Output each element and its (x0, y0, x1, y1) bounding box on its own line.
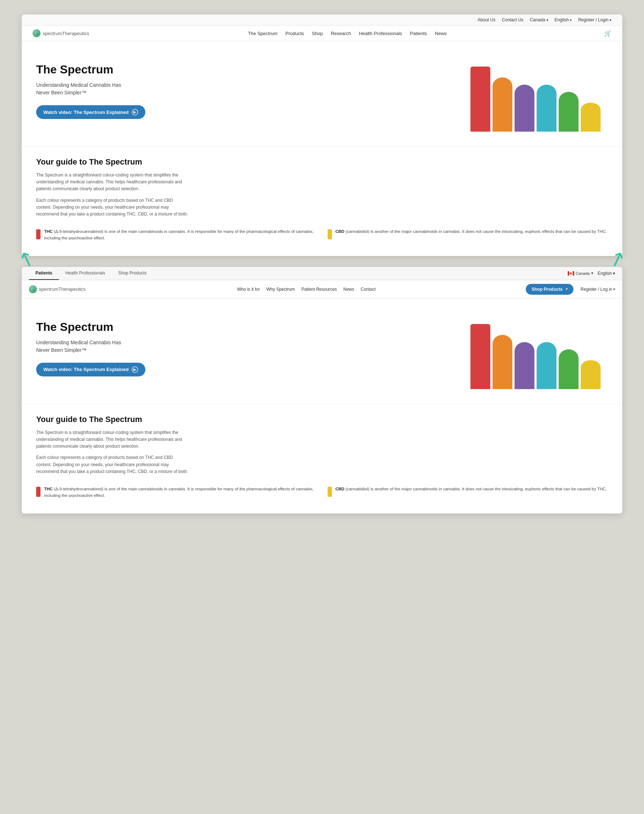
hero-section: The Spectrum Understanding Medical Canna… (22, 41, 622, 146)
hero-subtitle-2-line2: Never Been Simpler™ (36, 347, 86, 353)
about-us-link[interactable]: About Us (478, 17, 495, 22)
canada-flag-svg: 🍁 (568, 271, 574, 276)
register-login-link[interactable]: Register / Login (578, 17, 612, 22)
thc-label: THC (44, 229, 53, 234)
bar2-blue-wrap (537, 317, 557, 389)
guide-section: Your guide to The Spectrum The Spectrum … (22, 146, 622, 256)
bar2-yellow-wrap (581, 317, 601, 389)
utility-bar: About Us Contact Us Canada English Regis… (22, 14, 622, 26)
bar2-yellow (581, 360, 601, 389)
logo-bold: spectrum (43, 31, 62, 36)
english-dropdown[interactable]: English (555, 17, 572, 22)
hero-section-2: The Spectrum Understanding Medical Canna… (22, 299, 622, 403)
bar-blue (537, 84, 557, 132)
cart-icon[interactable]: 🛒 (604, 30, 612, 37)
bar2-purple (515, 342, 534, 389)
bar2-red-wrap (471, 317, 490, 389)
browser-card-2: Patients Health Professionals Shop Produ… (22, 267, 622, 514)
guide-paragraph-1-2: The Spectrum is a straightforward colour… (36, 429, 188, 450)
patients-nav-why-spectrum[interactable]: Why Spectrum (267, 287, 295, 292)
patients-logo-svg (31, 287, 35, 292)
cbd-description: (cannabidiol) is another of the major ca… (346, 229, 607, 234)
watch-video-button[interactable]: Watch video: The Spectrum Explained ▶ (36, 105, 146, 119)
tab-right-controls: 🍁 Canada ▾ English ▾ (568, 271, 615, 276)
patients-logo[interactable]: spectrumTherapeutics (29, 285, 87, 293)
nav-item-health-professionals[interactable]: Health Professionals (359, 31, 402, 36)
hero-title-2: The Spectrum (36, 320, 463, 334)
patients-nav-patient-resources[interactable]: Patient Resources (301, 287, 337, 292)
patients-logo-icon (29, 285, 37, 293)
nav-item-news[interactable]: News (435, 31, 447, 36)
cbd-card-2: CBD (cannabidiol) is another of the majo… (328, 486, 608, 499)
svg-text:🍁: 🍁 (569, 271, 573, 275)
nav-item-research[interactable]: Research (331, 31, 351, 36)
watch-video-button-2[interactable]: Watch video: The Spectrum Explained ▶ (36, 363, 146, 376)
hero-subtitle-2-line1: Understanding Medical Cannabis Has (36, 340, 121, 345)
logo-svg (34, 31, 39, 36)
bar-yellow (581, 103, 601, 132)
patients-nav-news[interactable]: News (343, 287, 354, 292)
cbd-dot-2 (328, 487, 332, 497)
cbd-label: CBD (336, 229, 345, 234)
contact-us-link[interactable]: Contact Us (502, 17, 523, 22)
canada-dropdown[interactable]: Canada (530, 17, 548, 22)
nav-item-the-spectrum[interactable]: The Spectrum (248, 31, 278, 36)
bar2-orange (492, 335, 512, 389)
cbd-text-2: CBD (cannabidiol) is another of the majo… (336, 486, 607, 492)
shop-products-button[interactable]: Shop Products ↗ (526, 284, 573, 295)
hero-text-block: The Spectrum Understanding Medical Canna… (36, 59, 463, 119)
bar-orange-wrap (492, 59, 512, 132)
patients-logo-text: spectrumTherapeutics (39, 287, 86, 292)
thc-card-2: THC (Δ-9-tetrahydrocannabinol) is one of… (36, 486, 317, 499)
hero-subtitle: Understanding Medical Cannabis Has Never… (36, 81, 463, 97)
bar-green-wrap (559, 59, 578, 132)
english-tab-dropdown[interactable]: English ▾ (598, 271, 615, 276)
nav-item-shop[interactable]: Shop (312, 31, 323, 36)
cbd-card: CBD (cannabidiol) is another of the majo… (328, 228, 608, 242)
patients-nav-who-is-it-for[interactable]: Who is it for (237, 287, 260, 292)
patients-logo-light: Therapeutics (58, 287, 85, 292)
thc-description: (Δ-9-tetrahydrocannabinol) is one of the… (44, 229, 313, 240)
guide-paragraph-2: Each colour represents a category of pro… (36, 197, 188, 218)
guide-section-2: Your guide to The Spectrum The Spectrum … (22, 403, 622, 514)
logo[interactable]: spectrumTherapeutics (32, 29, 90, 37)
tab-shop-products[interactable]: Shop Products (112, 267, 153, 280)
watch-btn-label-2: Watch video: The Spectrum Explained (43, 367, 129, 372)
tab-health-professionals[interactable]: Health Professionals (59, 267, 112, 280)
thc-label-2: THC (44, 487, 53, 491)
canada-flag-dropdown[interactable]: 🍁 Canada ▾ (568, 271, 593, 276)
bar-green (559, 92, 578, 132)
cbd-dot (328, 229, 332, 239)
cannabinoid-cards-2: THC (Δ-9-tetrahydrocannabinol) is one of… (36, 486, 608, 499)
canada-tab-label: Canada (576, 271, 590, 276)
shop-btn-label: Shop Products (532, 287, 562, 292)
guide-title-2: Your guide to The Spectrum (36, 415, 608, 424)
play-circle-icon-2: ▶ (132, 366, 138, 373)
bar-purple-wrap (515, 59, 534, 132)
logo-light: Therapeutics (62, 31, 89, 36)
guide-title: Your guide to The Spectrum (36, 157, 608, 167)
browser-card-1: About Us Contact Us Canada English Regis… (22, 14, 622, 256)
play-circle-icon: ▶ (132, 109, 138, 115)
bar2-blue (537, 342, 557, 389)
hero-subtitle-line2: Never Been Simpler™ (36, 90, 86, 95)
register-login-dropdown[interactable]: Register / Log in (581, 287, 615, 292)
main-nav: spectrumTherapeutics The Spectrum Produc… (22, 26, 622, 41)
nav-item-products[interactable]: Products (285, 31, 304, 36)
thc-dot (36, 229, 40, 239)
thc-description-2: (Δ-9-tetrahydrocannabinol) is one of the… (44, 487, 313, 498)
nav-item-patients[interactable]: Patients (410, 31, 427, 36)
bar-orange (492, 77, 512, 132)
cbd-text: CBD (cannabidiol) is another of the majo… (336, 228, 607, 235)
bar-blue-wrap (537, 59, 557, 132)
guide-paragraph-1: The Spectrum is a straightforward colour… (36, 172, 188, 193)
hero-text-block-2: The Spectrum Understanding Medical Canna… (36, 317, 463, 376)
primary-nav: The Spectrum Products Shop Research Heal… (101, 31, 593, 36)
svg-point-7 (32, 289, 35, 291)
hero-subtitle-2: Understanding Medical Cannabis Has Never… (36, 339, 463, 354)
bar-red-wrap (471, 59, 490, 132)
tab-patients[interactable]: Patients (29, 267, 59, 280)
external-link-icon: ↗ (565, 287, 568, 291)
patients-nav-contact[interactable]: Contact (361, 287, 376, 292)
bar-red (471, 66, 490, 132)
